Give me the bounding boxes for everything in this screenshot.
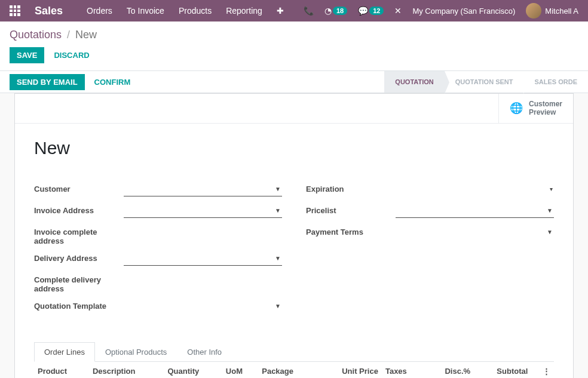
label-invoice-complete: Invoice complete address [34, 225, 124, 245]
breadcrumb: Quotations / New [10, 29, 578, 41]
field-customer: Customer ▼ [34, 182, 282, 198]
nav-orders[interactable]: Orders [87, 6, 112, 16]
field-payment-terms: Payment Terms ▼ [306, 225, 554, 241]
nav-reporting[interactable]: Reporting [226, 6, 262, 16]
col-product[interactable]: Product [34, 362, 89, 378]
clock-icon: ◔ [324, 6, 332, 16]
delivery-address-input[interactable] [124, 251, 282, 266]
form-sheet: 🌐 Customer Preview New Customer ▼ [14, 93, 574, 378]
save-button[interactable]: SAVE [10, 47, 44, 63]
col-unit-price[interactable]: Unit Price [317, 362, 382, 378]
form-grid: Customer ▼ Invoice Address ▼ [34, 182, 554, 321]
discuss-badge: 12 [369, 7, 384, 15]
breadcrumb-row: Quotations / New [0, 21, 588, 45]
col-description[interactable]: Description [89, 362, 164, 378]
tab-optional-products[interactable]: Optional Products [95, 342, 177, 362]
discard-button[interactable]: DISCARD [54, 51, 89, 60]
button-box: 🌐 Customer Preview [15, 94, 573, 124]
payment-terms-input[interactable] [396, 225, 554, 239]
company-selector[interactable]: My Company (San Francisco) [412, 7, 515, 16]
pricelist-input[interactable] [396, 204, 554, 218]
label-quotation-template: Quotation Template [34, 299, 124, 311]
top-icons: 📞 ◔ 18 💬 12 ✕ My Company (San Francisco)… [304, 3, 578, 19]
col-subtotal[interactable]: Subtotal [474, 362, 531, 378]
label-customer: Customer [34, 182, 124, 193]
top-nav: Sales Orders To Invoice Products Reporti… [0, 0, 588, 21]
sheet-body: New Customer ▼ Invoice Address [15, 124, 573, 378]
tools-icon[interactable]: ✕ [394, 6, 402, 16]
col-disc[interactable]: Disc.% [425, 362, 474, 378]
label-payment-terms: Payment Terms [306, 225, 396, 236]
breadcrumb-root[interactable]: Quotations [10, 29, 62, 41]
phone-icon[interactable]: 📞 [304, 6, 314, 16]
label-delivery-complete: Complete delivery address [34, 273, 124, 293]
page-title: New [34, 138, 554, 158]
customer-input[interactable] [124, 182, 282, 196]
discuss-icon[interactable]: 💬 12 [358, 6, 384, 16]
field-expiration: Expiration ▾ [306, 182, 554, 198]
customer-preview-button[interactable]: 🌐 Customer Preview [498, 94, 573, 123]
nav-products[interactable]: Products [179, 6, 212, 16]
tab-order-lines[interactable]: Order Lines [34, 342, 95, 362]
col-quantity[interactable]: Quantity [164, 362, 222, 378]
table-header-row: Product Description Quantity UoM Package… [34, 362, 554, 378]
activity-badge: 18 [333, 7, 347, 15]
apps-icon[interactable] [10, 5, 20, 16]
order-lines-table: Product Description Quantity UoM Package… [34, 362, 554, 378]
col-package[interactable]: Package [258, 362, 316, 378]
confirm-button[interactable]: CONFIRM [94, 74, 131, 90]
step-quotation[interactable]: QUOTATION [384, 71, 444, 93]
col-kebab-icon[interactable]: ⋮ [531, 362, 554, 378]
status-left: SEND BY EMAIL CONFIRM [10, 74, 130, 90]
step-sales-order[interactable]: SALES ORDE [523, 71, 588, 93]
nav-menu: Orders To Invoice Products Reporting ✚ [87, 6, 284, 16]
user-name: Mitchell A [545, 7, 578, 16]
col-uom[interactable]: UoM [222, 362, 258, 378]
send-email-button[interactable]: SEND BY EMAIL [10, 74, 85, 90]
col-taxes[interactable]: Taxes [382, 362, 425, 378]
expiration-input[interactable] [396, 182, 554, 196]
breadcrumb-separator: / [67, 29, 70, 41]
label-pricelist: Pricelist [306, 204, 396, 215]
status-bar: SEND BY EMAIL CONFIRM QUOTATION QUOTATIO… [0, 70, 588, 93]
field-quotation-template: Quotation Template ▼ [34, 299, 282, 315]
activity-icon[interactable]: ◔ 18 [324, 6, 347, 16]
invoice-address-input[interactable] [124, 204, 282, 218]
form-col-right: Expiration ▾ Pricelist ▼ [306, 182, 554, 321]
sheet-wrap: 🌐 Customer Preview New Customer ▼ [0, 93, 588, 378]
form-col-left: Customer ▼ Invoice Address ▼ [34, 182, 282, 321]
customer-preview-label: Customer Preview [529, 100, 562, 117]
status-steps: QUOTATION QUOTATION SENT SALES ORDE [384, 71, 588, 93]
breadcrumb-current: New [75, 29, 97, 41]
label-expiration: Expiration [306, 182, 396, 193]
step-quotation-sent[interactable]: QUOTATION SENT [445, 71, 524, 93]
label-delivery-address: Delivery Address [34, 251, 124, 263]
nav-to-invoice[interactable]: To Invoice [127, 6, 164, 16]
tabs: Order Lines Optional Products Other Info [34, 342, 554, 362]
field-invoice-address: Invoice Address ▼ [34, 204, 282, 219]
quotation-template-input[interactable] [124, 299, 282, 313]
tab-other-info[interactable]: Other Info [177, 342, 232, 362]
field-delivery-address: Delivery Address ▼ [34, 251, 282, 267]
app-brand[interactable]: Sales [35, 5, 63, 17]
field-delivery-complete: Complete delivery address [34, 273, 282, 293]
action-row: SAVE DISCARD [0, 45, 588, 70]
field-invoice-complete: Invoice complete address [34, 225, 282, 245]
user-menu[interactable]: Mitchell A [526, 3, 578, 19]
nav-plus-icon[interactable]: ✚ [277, 6, 284, 16]
field-pricelist: Pricelist ▼ [306, 204, 554, 219]
globe-icon: 🌐 [510, 102, 523, 115]
chat-icon: 💬 [358, 6, 368, 16]
avatar [526, 3, 541, 19]
label-invoice-address: Invoice Address [34, 204, 124, 215]
